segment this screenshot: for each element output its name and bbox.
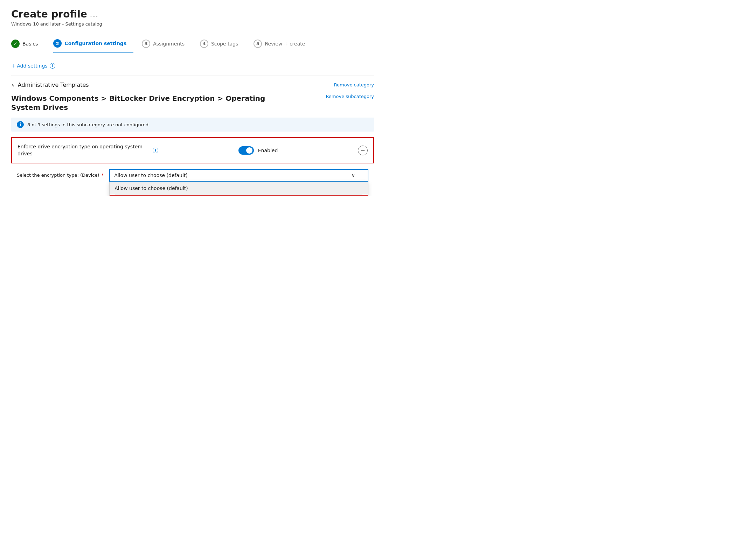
page-subtitle: Windows 10 and later - Settings catalog bbox=[11, 21, 374, 27]
encryption-type-row: Select the encryption type: (Device) * A… bbox=[11, 169, 374, 187]
page-title-row: Create profile ... bbox=[11, 8, 374, 20]
step-sep-3 bbox=[193, 44, 199, 44]
step-badge-basics: ✓ bbox=[11, 40, 20, 48]
category-header: ∧ Administrative Templates Remove catego… bbox=[11, 82, 374, 88]
setting-right: Enabled bbox=[238, 146, 278, 155]
step-sep-2 bbox=[135, 44, 140, 44]
step-sep-4 bbox=[247, 44, 252, 44]
step-label-scope: Scope tags bbox=[211, 41, 238, 47]
required-star: * bbox=[102, 173, 104, 178]
wizard-steps: ✓ Basics 2 Configuration settings 3 Assi… bbox=[11, 35, 374, 53]
remove-subcategory-link[interactable]: Remove subcategory bbox=[326, 94, 374, 99]
step-sep-1 bbox=[46, 44, 52, 44]
dropdown-options: Allow user to choose (default) Full encr… bbox=[109, 182, 368, 196]
wizard-step-configuration[interactable]: 2 Configuration settings bbox=[53, 35, 133, 53]
step-label-basics: Basics bbox=[22, 41, 38, 47]
add-settings-link[interactable]: + Add settings i bbox=[11, 63, 374, 69]
step-badge-configuration: 2 bbox=[53, 39, 62, 48]
step-badge-scope: 4 bbox=[200, 40, 208, 48]
dropdown-container: Allow user to choose (default) ∨ Allow u… bbox=[109, 169, 368, 182]
add-settings-label: + Add settings bbox=[11, 63, 48, 69]
subcategory-section: Windows Components > BitLocker Drive Enc… bbox=[11, 94, 374, 112]
setting-name-row: Enforce drive encryption type on operati… bbox=[18, 143, 158, 157]
subcategory-actions: Remove subcategory bbox=[326, 94, 374, 99]
step-badge-assignments: 3 bbox=[142, 40, 150, 48]
dropdown-option-0[interactable]: Allow user to choose (default) bbox=[110, 182, 368, 195]
step-label-review: Review + create bbox=[265, 41, 305, 47]
wizard-step-scope[interactable]: 4 Scope tags bbox=[200, 35, 245, 53]
setting-row: Enforce drive encryption type on operati… bbox=[11, 137, 374, 163]
category-chevron-icon[interactable]: ∧ bbox=[11, 83, 14, 87]
wizard-step-assignments[interactable]: 3 Assignments bbox=[142, 35, 192, 53]
step-label-configuration: Configuration settings bbox=[64, 41, 126, 46]
subcategory-header: Windows Components > BitLocker Drive Enc… bbox=[11, 94, 374, 112]
step-badge-review: 5 bbox=[254, 40, 262, 48]
page-title: Create profile bbox=[11, 8, 87, 20]
setting-left: Enforce drive encryption type on operati… bbox=[18, 143, 158, 157]
toggle-label: Enabled bbox=[258, 148, 278, 153]
dropdown-arrow-icon: ∨ bbox=[352, 173, 355, 178]
toggle-thumb bbox=[246, 147, 252, 154]
info-banner-text: 8 of 9 settings in this subcategory are … bbox=[27, 122, 148, 127]
dropdown-selected-value: Allow user to choose (default) bbox=[114, 173, 188, 178]
setting-toggle[interactable] bbox=[238, 146, 254, 155]
encryption-type-label: Select the encryption type: (Device) * bbox=[17, 169, 104, 178]
page-container: Create profile ... Windows 10 and later … bbox=[0, 0, 385, 196]
info-banner-icon: i bbox=[17, 121, 24, 128]
step-label-assignments: Assignments bbox=[153, 41, 185, 47]
wizard-step-basics[interactable]: ✓ Basics bbox=[11, 35, 45, 53]
remove-setting-button[interactable]: − bbox=[358, 146, 368, 155]
remove-category-link[interactable]: Remove category bbox=[334, 82, 374, 87]
encryption-type-dropdown[interactable]: Allow user to choose (default) ∨ bbox=[109, 169, 368, 182]
category-title: Administrative Templates bbox=[18, 82, 89, 88]
main-divider bbox=[11, 76, 374, 76]
info-banner: i 8 of 9 settings in this subcategory ar… bbox=[11, 118, 374, 132]
page-header: Create profile ... Windows 10 and later … bbox=[11, 8, 374, 27]
setting-info-icon[interactable]: i bbox=[153, 148, 158, 153]
category-title-row: ∧ Administrative Templates bbox=[11, 82, 89, 88]
page-ellipsis: ... bbox=[90, 10, 99, 19]
dropdown-option-1[interactable]: Full encryption bbox=[110, 195, 368, 196]
subcategory-title: Windows Components > BitLocker Drive Enc… bbox=[11, 94, 270, 112]
setting-name: Enforce drive encryption type on operati… bbox=[18, 143, 151, 157]
add-settings-info-icon: i bbox=[50, 63, 55, 69]
wizard-step-review[interactable]: 5 Review + create bbox=[254, 35, 312, 53]
